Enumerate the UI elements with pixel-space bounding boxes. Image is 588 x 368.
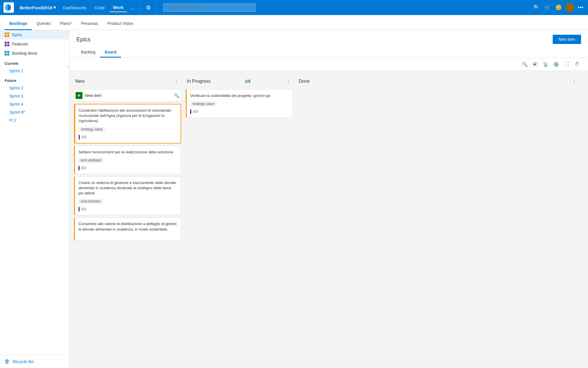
sidebar-label-backlog: Backlog items	[12, 51, 37, 56]
column-new-header: New ‹	[74, 76, 181, 87]
progress-bar-5	[190, 109, 191, 114]
svg-rect-4	[5, 42, 7, 44]
sidebar-sprint-2[interactable]: Sprint 2	[0, 84, 69, 92]
svg-rect-1	[7, 32, 9, 34]
app-logo[interactable]	[3, 2, 14, 13]
nav-divider	[141, 3, 141, 12]
sidebar-section-current: Current	[0, 58, 69, 67]
column-in-progress-header: In Progress 1/5 ‹	[186, 76, 293, 87]
sidebar-sprint-4[interactable]: Sprint 4	[0, 100, 69, 108]
progress-text-5: 0/3	[193, 110, 198, 114]
sidebar: ‹ Epics Features Backlog items Current S…	[0, 30, 69, 368]
sidebar-recycle-bin[interactable]: 🗑 Recycle Bin	[0, 355, 69, 368]
tab-product-vision[interactable]: Product Vision	[103, 18, 138, 30]
column-in-progress-collapse[interactable]: ‹	[285, 78, 292, 85]
tab-personas[interactable]: Personas	[76, 18, 103, 30]
shopping-icon[interactable]: 🛒	[543, 3, 552, 12]
tab-backlog-view[interactable]: Backlog	[76, 47, 100, 58]
features-icon	[5, 42, 9, 46]
column-done-header: Done ›	[297, 76, 579, 87]
card-tag-1: strategy value	[79, 127, 105, 132]
nav-code[interactable]: Code	[91, 3, 108, 12]
smiley-icon[interactable]: 😊	[554, 3, 563, 12]
search-toolbar-icon[interactable]: 🔍	[521, 60, 529, 68]
filter-icon[interactable]: ⚗️	[531, 60, 539, 68]
column-done: Done ›	[297, 76, 579, 363]
gear-settings-icon[interactable]: ⚙	[144, 3, 152, 12]
tab-queries[interactable]: Queries	[32, 18, 55, 30]
column-in-progress-title: In Progress	[187, 79, 211, 84]
svg-rect-10	[5, 54, 7, 56]
search-input[interactable]	[163, 3, 256, 12]
sidebar-section-future: Future	[0, 75, 69, 84]
progress-bar-1	[79, 135, 80, 139]
nav-dashboards[interactable]: Dashboards	[59, 3, 90, 12]
tab-plans[interactable]: Plans*	[55, 18, 76, 30]
fullscreen-icon[interactable]: ⛶	[563, 60, 571, 68]
card-title-4: Consentire alle catene di distribuzione …	[78, 221, 177, 232]
timer-icon[interactable]: ⏱	[573, 60, 581, 68]
svg-rect-8	[5, 51, 7, 53]
epic-card-1[interactable]: Consentire l'abilitazione alle associazi…	[74, 104, 181, 143]
content-header: Epics New item Backlog Board	[69, 30, 588, 58]
card-progress-3: 0/1	[78, 207, 177, 211]
project-selector[interactable]: BetterFood2016 ▾	[17, 3, 58, 12]
column-new-title: New	[75, 79, 84, 84]
settings-icon[interactable]: ⚙️	[552, 60, 560, 68]
backlog-icon	[5, 51, 9, 56]
tab-board-view[interactable]: Board	[100, 47, 121, 58]
epic-card-4[interactable]: Consentire alle catene di distribuzione …	[74, 218, 181, 241]
view-tabs: Backlog Board	[76, 47, 581, 58]
card-title-2: Settare l'environment per la realizzazio…	[78, 150, 177, 155]
column-new-collapse[interactable]: ‹	[173, 78, 180, 85]
sidebar-sprint-ip[interactable]: Sprint IP	[0, 108, 69, 116]
sidebar-item-epics[interactable]: Epics	[0, 30, 69, 39]
column-in-progress-count: 1/5	[245, 79, 250, 84]
recycle-bin-icon: 🗑	[5, 358, 10, 365]
nav-work[interactable]: Work	[109, 3, 127, 12]
svg-rect-0	[5, 32, 7, 34]
sidebar-item-backlog[interactable]: Backlog items	[0, 49, 69, 58]
card-progress-2: 0/1	[78, 166, 177, 170]
nav-more-icon[interactable]: ...	[128, 3, 137, 12]
board-toolbar: 🔍 ⚗️ 📡 ⚙️ ⛶ ⏱	[69, 58, 588, 71]
sidebar-sprint-3[interactable]: Sprint 3	[0, 92, 69, 100]
column-done-cards	[297, 89, 579, 363]
column-in-progress-cards: Verificare la sostenibilità del progetto…	[186, 89, 293, 363]
svg-rect-5	[7, 42, 9, 44]
column-new-cards: Consentire l'abilitazione alle associazi…	[74, 104, 181, 363]
sub-navigation: Backlogs Queries Plans* Personas Product…	[0, 15, 588, 30]
progress-text-3: 0/1	[81, 207, 86, 211]
add-item-search-icon[interactable]: 🔍	[174, 93, 180, 98]
add-item-label: New item	[85, 93, 102, 98]
epic-card-2[interactable]: Settare l'environment per la realizzazio…	[74, 146, 181, 174]
main-layout: ‹ Epics Features Backlog items Current S…	[0, 30, 588, 368]
nav-divider2	[156, 3, 156, 12]
new-item-button[interactable]: New item	[553, 35, 581, 44]
epic-card-5[interactable]: Verificare la sostenibilità del progetto…	[186, 89, 293, 118]
tab-backlogs[interactable]: Backlogs	[5, 18, 32, 30]
svg-rect-9	[7, 51, 9, 53]
progress-text-2: 0/1	[81, 166, 86, 170]
search-icon[interactable]: 🔍	[532, 3, 541, 12]
avatar[interactable]	[565, 3, 574, 12]
column-new: New ‹ + New item 🔍 Consentire l'abilitaz…	[74, 76, 181, 363]
card-title-5: Verificare la sostenibilità del progetto…	[190, 93, 289, 98]
sidebar-sprint-pi2[interactable]: PI 2	[0, 116, 69, 124]
svg-rect-6	[5, 44, 7, 46]
card-progress-5: 0/3	[190, 109, 289, 114]
page-title: Epics	[76, 36, 91, 43]
add-item-row[interactable]: + New item 🔍	[74, 89, 181, 102]
epic-card-3[interactable]: Creare un sistema di gestione e tracciam…	[74, 176, 181, 216]
card-tag-3: core function	[78, 199, 103, 204]
more-options-icon[interactable]: •••	[577, 3, 585, 12]
column-done-collapse[interactable]: ›	[571, 78, 578, 85]
content-title-row: Epics New item	[76, 35, 581, 44]
sidebar-sprint-1[interactable]: Sprint 1	[0, 67, 69, 75]
sidebar-label-features: Features	[12, 42, 28, 46]
sidebar-item-features[interactable]: Features	[0, 39, 69, 49]
card-title-3: Creare un sistema di gestione e tracciam…	[78, 180, 177, 196]
svg-rect-3	[7, 35, 9, 37]
antenna-icon[interactable]: 📡	[542, 60, 550, 68]
recycle-bin-label: Recycle Bin	[13, 359, 34, 364]
